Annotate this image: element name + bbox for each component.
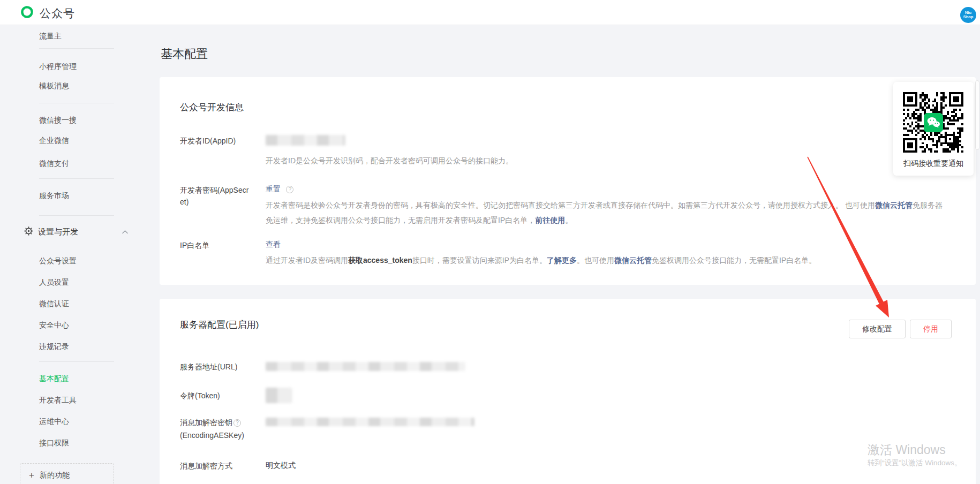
sidebar-section-settings-dev[interactable]: 设置与开发 [24, 226, 129, 237]
sidebar-item-wechat-search[interactable]: 微信搜一搜 [39, 115, 77, 125]
ip-whitelist-label: IP白名单 [180, 239, 266, 266]
help-icon[interactable]: ? [233, 419, 241, 427]
appid-desc: 开发者ID是公众号开发识别码，配合开发者密码可调用公众号的接口能力。 [266, 155, 949, 166]
appid-value-redacted [266, 135, 345, 146]
ip-whitelist-row: IP白名单 查看 通过开发者ID及密码调用获取access_token接口时，需… [180, 239, 976, 266]
get-access-token-link[interactable]: 获取access_token [348, 256, 412, 264]
ip-desc-text: 。也可使用 [577, 256, 614, 264]
new-feature-label: 新的功能 [40, 471, 70, 480]
sidebar-item-wechat-verify[interactable]: 微信认证 [39, 298, 69, 309]
qr-caption: 扫码接收重要通知 [893, 159, 974, 169]
appid-row: 开发者ID(AppID) 开发者ID是公众号开发识别码，配合开发者密码可调用公众… [180, 135, 976, 166]
view-link[interactable]: 查看 [266, 240, 281, 248]
plus-icon: + [29, 470, 40, 481]
go-use-link[interactable]: 前往使用 [535, 216, 565, 224]
brand: 公众号 [20, 5, 75, 21]
appid-label: 开发者ID(AppID) [180, 135, 266, 166]
sidebar: 流量主 小程序管理 模板消息 微信搜一搜 企业微信 微信支付 服务市场 [0, 25, 134, 484]
scrollbar-thumb[interactable] [975, 80, 979, 150]
sidebar-divider [39, 178, 114, 179]
watermark-line1: 激活 Windows [868, 443, 962, 457]
appsecret-row: 开发者密码(AppSecret) 重置 ? 开发者密码是校验公众号开发者身份的密… [180, 184, 976, 228]
qr-notification-panel: 扫码接收重要通知 [893, 82, 974, 176]
sidebar-item-api-permission[interactable]: 接口权限 [39, 437, 69, 448]
account-avatar-badge[interactable]: Niu Shop [960, 7, 976, 23]
aeskey-label-text: 消息加解密密钥 [180, 418, 232, 427]
sidebar-item-work-wechat[interactable]: 企业微信 [39, 135, 69, 146]
sidebar-item-developer-tools[interactable]: 开发者工具 [39, 395, 77, 405]
appsecret-desc: 开发者密码是校验公众号开发者身份的密码，具有极高的安全性。切记勿把密码直接交给第… [266, 198, 949, 228]
learn-more-link[interactable]: 了解更多 [547, 256, 577, 264]
disable-button[interactable]: 停用 [910, 320, 952, 338]
sidebar-divider [39, 103, 114, 103]
sidebar-item-staff-settings[interactable]: 人员设置 [39, 277, 69, 288]
sidebar-divider [39, 361, 114, 362]
encrypt-mode-row: 消息加解密方式 明文模式 [180, 460, 976, 472]
sidebar-item-traffic[interactable]: 流量主 [39, 31, 62, 41]
sidebar-item-ops-center[interactable]: 运维中心 [39, 416, 69, 427]
cloud-hosting-link[interactable]: 微信云托管 [875, 201, 913, 209]
appsecret-desc-text: 。 [565, 216, 572, 224]
sidebar-item-service-market[interactable]: 服务市场 [39, 190, 69, 201]
appsecret-label: 开发者密码(AppSecret) [180, 184, 266, 228]
ip-whitelist-desc: 通过开发者ID及密码调用获取access_token接口时，需要设置访问来源IP… [266, 255, 949, 266]
aeskey-value-redacted [266, 418, 474, 426]
ip-desc-text: 免鉴权调用公众号接口能力，无需配置IP白名单。 [652, 256, 816, 264]
sidebar-divider [39, 215, 114, 216]
reset-link[interactable]: 重置 [266, 185, 281, 193]
aeskey-label: 消息加解密密钥? (EncodingAESKey) [180, 416, 266, 442]
modify-config-button[interactable]: 修改配置 [849, 320, 906, 338]
sidebar-item-account-settings[interactable]: 公众号设置 [39, 255, 77, 266]
sidebar-item-template-message[interactable]: 模板消息 [39, 80, 69, 91]
new-feature-button[interactable]: + 新的功能 [20, 463, 114, 484]
encrypt-mode-value: 明文模式 [266, 460, 949, 471]
ip-desc-text: 接口时，需要设置访问来源IP为白名单。 [412, 256, 547, 264]
server-url-row: 服务器地址(URL) [180, 361, 976, 373]
sidebar-item-miniprogram[interactable]: 小程序管理 [39, 61, 77, 72]
windows-activation-watermark: 激活 Windows 转到“设置”以激活 Windows。 [868, 443, 962, 468]
sidebar-item-security-center[interactable]: 安全中心 [39, 320, 69, 330]
badge-line2: Shop [963, 15, 974, 19]
top-header: 公众号 Niu Shop [0, 0, 980, 25]
brand-title: 公众号 [40, 6, 75, 21]
sidebar-item-basic-config[interactable]: 基本配置 [39, 373, 69, 384]
dev-info-heading: 公众号开发信息 [160, 77, 976, 114]
sidebar-item-wechat-pay[interactable]: 微信支付 [39, 158, 69, 169]
watermark-line2: 转到“设置”以激活 Windows。 [868, 458, 962, 468]
wechat-logo-icon [924, 113, 943, 132]
wechat-official-logo-icon [20, 5, 34, 21]
encrypt-mode-label: 消息加解密方式 [180, 460, 266, 472]
sidebar-section-label: 设置与开发 [38, 227, 78, 237]
page-title: 基本配置 [161, 46, 208, 62]
sidebar-item-violation-record[interactable]: 违规记录 [39, 341, 69, 352]
chevron-up-icon [122, 230, 129, 235]
server-url-value-redacted [266, 362, 465, 371]
token-label: 令牌(Token) [180, 390, 266, 403]
token-row: 令牌(Token) [180, 390, 976, 403]
help-icon[interactable]: ? [286, 186, 293, 193]
appsecret-desc-text: 开发者密码是校验公众号开发者身份的密码，具有极高的安全性。切记勿把密码直接交给第… [266, 201, 875, 209]
gear-icon [24, 226, 33, 237]
qr-code [903, 92, 963, 153]
sidebar-divider [39, 48, 114, 49]
token-value-redacted [266, 388, 292, 403]
ip-desc-text: 通过开发者ID及密码调用 [266, 256, 348, 264]
aeskey-label-line2: (EncodingAESKey) [180, 431, 244, 440]
server-config-card: 服务器配置(已启用) 修改配置 停用 服务器地址(URL) 令牌(Token) … [160, 299, 976, 484]
server-url-label: 服务器地址(URL) [180, 361, 266, 373]
aeskey-row: 消息加解密密钥? (EncodingAESKey) [180, 416, 976, 442]
dev-info-card: 公众号开发信息 开发者ID(AppID) 开发者ID是公众号开发识别码，配合开发… [160, 77, 976, 285]
cloud-hosting-link[interactable]: 微信云托管 [614, 256, 652, 264]
